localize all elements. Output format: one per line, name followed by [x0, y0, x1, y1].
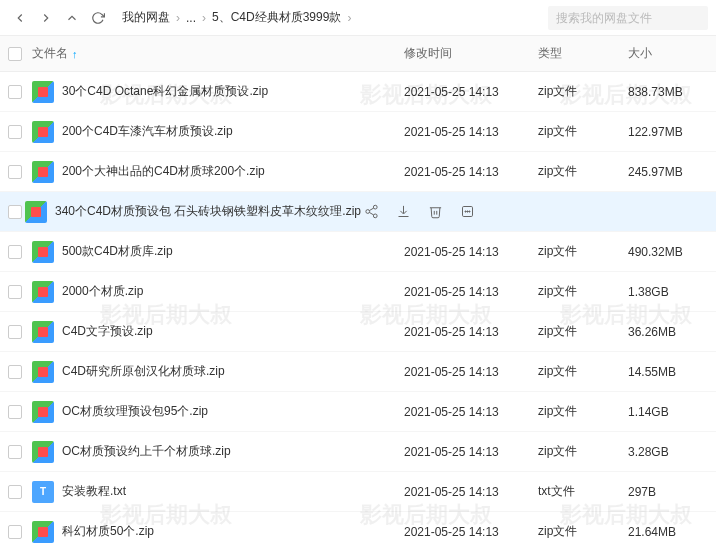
table-row[interactable]: C4D文字预设.zip2021-05-25 14:13zip文件36.26MB — [0, 312, 716, 352]
toolbar: 我的网盘 › ... › 5、C4D经典材质3999款 › — [0, 0, 716, 36]
zip-file-icon — [32, 121, 54, 143]
file-size: 297B — [628, 485, 708, 499]
row-checkbox[interactable] — [8, 125, 22, 139]
file-date: 2021-05-25 14:13 — [404, 125, 538, 139]
breadcrumb: 我的网盘 › ... › 5、C4D经典材质3999款 › — [120, 9, 548, 26]
more-button[interactable] — [457, 202, 477, 222]
file-size: 1.14GB — [628, 405, 708, 419]
file-name[interactable]: 30个C4D Octane科幻金属材质预设.zip — [62, 83, 268, 100]
file-size: 245.97MB — [628, 165, 708, 179]
crumb-current[interactable]: 5、C4D经典材质3999款 — [210, 9, 343, 26]
column-size-header[interactable]: 大小 — [628, 45, 708, 62]
row-checkbox[interactable] — [8, 325, 22, 339]
file-date: 2021-05-25 14:13 — [404, 245, 538, 259]
file-name[interactable]: OC材质纹理预设包95个.zip — [62, 403, 208, 420]
table-row[interactable]: OC材质纹理预设包95个.zip2021-05-25 14:13zip文件1.1… — [0, 392, 716, 432]
table-header: 文件名↑ 修改时间 类型 大小 — [0, 36, 716, 72]
select-all-checkbox[interactable] — [8, 47, 22, 61]
row-checkbox[interactable] — [8, 365, 22, 379]
file-name[interactable]: 340个C4D材质预设包 石头砖块钢铁塑料皮革木纹纹理.zip — [55, 203, 361, 220]
download-button[interactable] — [393, 202, 413, 222]
row-checkbox[interactable] — [8, 245, 22, 259]
row-checkbox[interactable] — [8, 205, 22, 219]
file-size: 14.55MB — [628, 365, 708, 379]
file-name[interactable]: 安装教程.txt — [62, 483, 126, 500]
file-type: zip文件 — [538, 123, 628, 140]
file-size: 1.38GB — [628, 285, 708, 299]
crumb-root[interactable]: 我的网盘 — [120, 9, 172, 26]
chevron-right-icon: › — [172, 11, 184, 25]
file-type: zip文件 — [538, 283, 628, 300]
nav-forward-button[interactable] — [34, 6, 58, 30]
svg-point-8 — [468, 211, 469, 212]
file-type: zip文件 — [538, 163, 628, 180]
file-type: zip文件 — [538, 443, 628, 460]
file-size: 3.28GB — [628, 445, 708, 459]
sort-asc-icon: ↑ — [72, 48, 78, 60]
table-row[interactable]: 30个C4D Octane科幻金属材质预设.zip2021-05-25 14:1… — [0, 72, 716, 112]
search-input[interactable] — [548, 6, 708, 30]
svg-point-2 — [373, 214, 377, 218]
nav-refresh-button[interactable] — [86, 6, 110, 30]
file-name[interactable]: 200个大神出品的C4D材质球200个.zip — [62, 163, 265, 180]
file-name[interactable]: 500款C4D材质库.zip — [62, 243, 173, 260]
table-row[interactable]: OC材质预设约上千个材质球.zip2021-05-25 14:13zip文件3.… — [0, 432, 716, 472]
zip-file-icon — [32, 241, 54, 263]
table-row[interactable]: 500款C4D材质库.zip2021-05-25 14:13zip文件490.3… — [0, 232, 716, 272]
svg-line-3 — [369, 212, 373, 215]
table-row[interactable]: 340个C4D材质预设包 石头砖块钢铁塑料皮革木纹纹理.zip — [0, 192, 716, 232]
chevron-right-icon: › — [343, 11, 355, 25]
nav-up-button[interactable] — [60, 6, 84, 30]
file-date: 2021-05-25 14:13 — [404, 165, 538, 179]
file-type: zip文件 — [538, 83, 628, 100]
file-name[interactable]: C4D文字预设.zip — [62, 323, 153, 340]
zip-file-icon — [32, 361, 54, 383]
column-type-header[interactable]: 类型 — [538, 45, 628, 62]
zip-file-icon — [32, 521, 54, 543]
row-checkbox[interactable] — [8, 85, 22, 99]
row-checkbox[interactable] — [8, 165, 22, 179]
zip-file-icon — [32, 281, 54, 303]
nav-back-button[interactable] — [8, 6, 32, 30]
zip-file-icon — [32, 161, 54, 183]
share-button[interactable] — [361, 202, 381, 222]
file-date: 2021-05-25 14:13 — [404, 85, 538, 99]
table-row[interactable]: 200个大神出品的C4D材质球200个.zip2021-05-25 14:13z… — [0, 152, 716, 192]
row-checkbox[interactable] — [8, 525, 22, 539]
file-name[interactable]: 2000个材质.zip — [62, 283, 143, 300]
file-name[interactable]: OC材质预设约上千个材质球.zip — [62, 443, 231, 460]
file-date: 2021-05-25 14:13 — [404, 525, 538, 539]
file-name[interactable]: C4D研究所原创汉化材质球.zip — [62, 363, 225, 380]
txt-file-icon: T — [32, 481, 54, 503]
file-type: zip文件 — [538, 243, 628, 260]
file-date: 2021-05-25 14:13 — [404, 485, 538, 499]
row-checkbox[interactable] — [8, 445, 22, 459]
delete-button[interactable] — [425, 202, 445, 222]
column-name-header[interactable]: 文件名↑ — [32, 45, 404, 62]
zip-file-icon — [25, 201, 47, 223]
file-size: 36.26MB — [628, 325, 708, 339]
chevron-right-icon: › — [198, 11, 210, 25]
table-row[interactable]: T安装教程.txt2021-05-25 14:13txt文件297B — [0, 472, 716, 512]
file-name[interactable]: 科幻材质50个.zip — [62, 523, 154, 540]
zip-file-icon — [32, 321, 54, 343]
file-list: 30个C4D Octane科幻金属材质预设.zip2021-05-25 14:1… — [0, 72, 716, 546]
svg-point-6 — [465, 211, 466, 212]
row-checkbox[interactable] — [8, 285, 22, 299]
table-row[interactable]: 科幻材质50个.zip2021-05-25 14:13zip文件21.64MB — [0, 512, 716, 546]
file-size: 838.73MB — [628, 85, 708, 99]
file-date: 2021-05-25 14:13 — [404, 445, 538, 459]
file-type: zip文件 — [538, 363, 628, 380]
file-size: 21.64MB — [628, 525, 708, 539]
table-row[interactable]: C4D研究所原创汉化材质球.zip2021-05-25 14:13zip文件14… — [0, 352, 716, 392]
crumb-ellipsis[interactable]: ... — [184, 11, 198, 25]
row-checkbox[interactable] — [8, 405, 22, 419]
table-row[interactable]: 200个C4D车漆汽车材质预设.zip2021-05-25 14:13zip文件… — [0, 112, 716, 152]
column-date-header[interactable]: 修改时间 — [404, 45, 538, 62]
row-checkbox[interactable] — [8, 485, 22, 499]
file-date: 2021-05-25 14:13 — [404, 325, 538, 339]
table-row[interactable]: 2000个材质.zip2021-05-25 14:13zip文件1.38GB — [0, 272, 716, 312]
file-name[interactable]: 200个C4D车漆汽车材质预设.zip — [62, 123, 233, 140]
svg-point-1 — [365, 210, 369, 214]
zip-file-icon — [32, 441, 54, 463]
